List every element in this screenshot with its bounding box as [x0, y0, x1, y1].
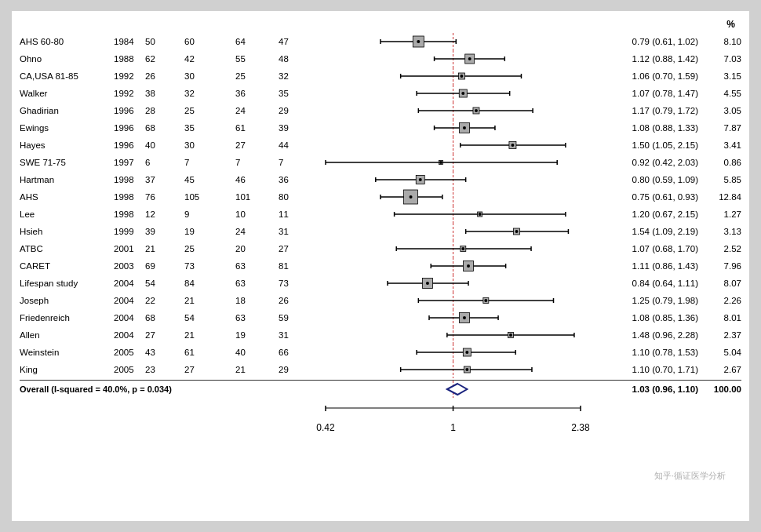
study-weight: 2.26 [698, 296, 741, 305]
study-plot [326, 275, 581, 292]
study-id: Ohno [20, 54, 114, 64]
overall-forest-svg [326, 381, 581, 398]
table-row: CARET 2003 69 73 63 81 1.11 (0.86, 1.43)… [20, 257, 741, 275]
overall-row: Overall (I-squared = 40.0%, p = 0.034) 1… [20, 380, 741, 397]
study-forest-svg [326, 171, 581, 188]
study-cdeath: 63 [235, 313, 279, 322]
study-cnodeath: 35 [279, 89, 326, 98]
study-id: Lifespan study [20, 279, 114, 288]
study-forest-svg [326, 309, 581, 326]
study-id: Weinstein [20, 348, 114, 357]
study-forest-svg [326, 361, 581, 378]
study-tdeath: 28 [145, 106, 184, 115]
study-id: ATBC [20, 244, 114, 253]
study-year: 2005 [114, 365, 145, 374]
svg-point-11 [468, 57, 472, 60]
table-row: Walker 1992 38 32 36 35 1.07 (0.78, 1.47… [20, 85, 741, 102]
study-tnodeath: 21 [184, 296, 235, 305]
study-plot [326, 154, 581, 171]
study-forest-svg [326, 223, 581, 240]
svg-point-71 [515, 230, 518, 233]
study-weight: 7.87 [698, 123, 741, 133]
svg-point-23 [461, 92, 464, 95]
study-plot [326, 102, 581, 119]
svg-point-83 [467, 264, 470, 268]
study-weight: 3.41 [698, 140, 741, 150]
study-weight: 7.96 [698, 261, 741, 271]
study-id: Lee [20, 210, 114, 219]
study-weight: 3.13 [698, 227, 741, 236]
svg-point-107 [509, 333, 512, 337]
study-tdeath: 39 [145, 227, 184, 236]
study-forest-svg [326, 292, 581, 309]
study-forest-svg [326, 344, 581, 361]
study-id: Walker [20, 89, 114, 98]
study-weight: 8.10 [698, 37, 741, 46]
study-cdeath: 19 [235, 330, 279, 340]
study-tdeath: 21 [145, 244, 184, 253]
study-rr: 1.17 (0.79, 1.72) [581, 106, 698, 115]
study-plot [326, 85, 581, 102]
study-cnodeath: 26 [279, 296, 326, 305]
study-year: 2003 [114, 261, 145, 271]
study-year: 2004 [114, 330, 145, 340]
study-cdeath: 24 [235, 106, 279, 115]
study-tnodeath: 7 [184, 158, 235, 167]
study-cnodeath: 31 [279, 227, 326, 236]
svg-point-17 [460, 75, 463, 78]
study-cdeath: 21 [235, 365, 279, 374]
study-forest-svg [326, 137, 581, 154]
svg-point-53 [419, 178, 422, 181]
svg-marker-122 [447, 384, 467, 395]
study-tnodeath: 30 [184, 71, 235, 81]
study-weight: 3.15 [698, 71, 741, 81]
table-row: Friedenreich 2004 68 54 63 59 1.08 (0.85… [20, 309, 741, 326]
study-year: 1992 [114, 89, 145, 98]
study-cnodeath: 73 [279, 279, 326, 288]
overall-weight: 100.00 [698, 384, 741, 394]
study-year: 1988 [114, 54, 145, 64]
study-plot [326, 326, 581, 344]
study-id: Hsieh [20, 227, 114, 236]
study-weight: 1.27 [698, 210, 741, 219]
study-forest-svg [326, 85, 581, 102]
forest-plot-rows: AHS 60-80 1984 50 60 64 47 0.79 (0.61, 1… [20, 33, 741, 397]
study-cdeath: 25 [235, 71, 279, 81]
study-tdeath: 50 [145, 37, 184, 46]
study-rr: 1.25 (0.79, 1.98) [581, 296, 698, 305]
study-tnodeath: 105 [184, 192, 235, 202]
study-weight: 8.01 [698, 313, 741, 322]
study-rr: 0.92 (0.42, 2.03) [581, 158, 698, 167]
study-cnodeath: 29 [279, 106, 326, 115]
study-cdeath: 27 [235, 140, 279, 150]
study-id: SWE 71-75 [20, 158, 114, 167]
study-cdeath: 24 [235, 227, 279, 236]
study-cnodeath: 11 [279, 210, 326, 219]
study-cnodeath: 27 [279, 244, 326, 253]
study-id: King [20, 365, 114, 374]
study-plot [326, 344, 581, 361]
svg-point-47 [439, 161, 442, 164]
table-row: SWE 71-75 1997 6 7 7 7 0.92 (0.42, 2.03)… [20, 154, 741, 171]
study-weight: 12.84 [698, 192, 741, 202]
study-year: 1998 [114, 175, 145, 184]
table-row: AHS 1998 76 105 101 80 0.75 (0.61, 0.93)… [20, 188, 741, 206]
study-weight: 8.07 [698, 279, 741, 288]
svg-point-5 [417, 40, 420, 43]
study-plot [326, 206, 581, 223]
study-id: Hartman [20, 175, 114, 184]
svg-point-65 [479, 213, 482, 216]
study-plot [326, 67, 581, 85]
study-tdeath: 26 [145, 71, 184, 81]
study-year: 2004 [114, 296, 145, 305]
svg-point-95 [484, 299, 487, 302]
study-plot [326, 50, 581, 67]
overall-plot [326, 381, 581, 398]
study-tdeath: 37 [145, 175, 184, 184]
study-weight: 5.85 [698, 175, 741, 184]
study-id: CA,USA 81-85 [20, 71, 114, 81]
table-row: Hayes 1996 40 30 27 44 1.50 (1.05, 2.15)… [20, 137, 741, 154]
study-cdeath: 40 [235, 348, 279, 357]
study-plot [326, 361, 581, 378]
study-year: 2001 [114, 244, 145, 253]
